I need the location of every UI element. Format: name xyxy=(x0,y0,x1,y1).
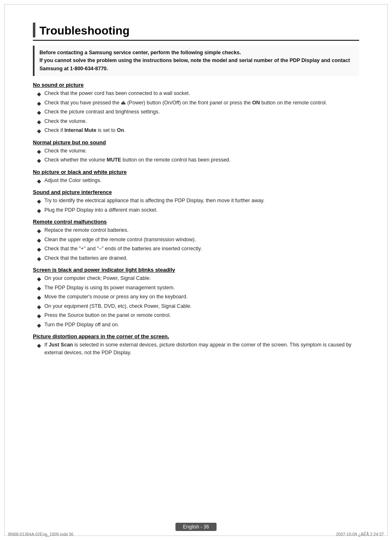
list-item: ◆Check the volume. xyxy=(37,118,359,126)
list-item-text: Check that you have pressed the ⏏ (Power… xyxy=(44,99,359,107)
bottom-info: BN68-01364A-02Eng_1009.indd 36 2007-10-0… xyxy=(8,532,384,537)
bullet-diamond: ◆ xyxy=(37,90,41,98)
list-item: ◆If Just Scan is selected in some extern… xyxy=(37,341,359,357)
intro-box: Before contacting a Samsung service cent… xyxy=(33,46,359,76)
section-heading-5: Remote control malfunctions xyxy=(33,219,359,225)
bullet-diamond: ◆ xyxy=(37,321,41,330)
bullet-diamond: ◆ xyxy=(37,177,41,185)
list-item: ◆Move the computer's mouse or press any … xyxy=(37,293,359,302)
list-item: ◆On your computer check; Power, Signal C… xyxy=(37,275,359,283)
bullet-diamond: ◆ xyxy=(37,118,41,126)
list-item: ◆On your equipment (STB, DVD, etc), chec… xyxy=(37,302,359,311)
bullet-diamond: ◆ xyxy=(37,148,41,156)
list-item: ◆Turn the PDP Display off and on. xyxy=(37,321,359,330)
list-item: ◆Check the volume. xyxy=(37,147,359,156)
list-item: ◆Check if Internal Mute is set to On. xyxy=(37,127,359,135)
section-heading-1: No sound or picture xyxy=(33,82,359,88)
page-title: Troubleshooting xyxy=(33,23,359,41)
list-item-text: Move the computer's mouse or press any k… xyxy=(44,293,359,301)
list-item-text: Check that the power cord has been conne… xyxy=(44,90,359,97)
list-item-text: Try to identify the electrical appliance… xyxy=(44,197,359,205)
bullet-diamond: ◆ xyxy=(37,275,41,283)
list-item: ◆Check that you have pressed the ⏏ (Powe… xyxy=(37,99,359,108)
section-heading-7: Picture distortion appears in the corner… xyxy=(33,333,359,339)
bullet-diamond: ◆ xyxy=(37,236,41,245)
list-item-text: Clean the upper edge of the remote contr… xyxy=(44,236,359,244)
bullet-diamond: ◆ xyxy=(37,303,41,311)
bullet-diamond: ◆ xyxy=(37,245,41,254)
section-3-list: ◆Adjust the Color settings. xyxy=(37,177,359,185)
bullet-diamond: ◆ xyxy=(37,312,41,320)
bullet-diamond: ◆ xyxy=(37,342,41,350)
list-item-text: Check the volume. xyxy=(44,118,359,125)
bullet-diamond: ◆ xyxy=(37,293,41,302)
list-item: ◆Check that the batteries are drained. xyxy=(37,254,359,263)
bullet-diamond: ◆ xyxy=(37,284,41,293)
title-text: Troubleshooting xyxy=(39,24,129,37)
list-item-text: Check that the batteries are drained. xyxy=(44,254,359,262)
list-item: ◆Check that the power cord has been conn… xyxy=(37,90,359,98)
list-item-text: Replace the remote control batteries. xyxy=(44,226,359,234)
list-item-text: Plug the PDP Display into a different ma… xyxy=(44,206,359,214)
section-heading-3: No picture or black and white picture xyxy=(33,169,359,175)
section-4-list: ◆Try to identify the electrical applianc… xyxy=(37,197,359,215)
list-item-text: Check if Internal Mute is set to On. xyxy=(44,127,359,134)
list-item-text: Check the volume. xyxy=(44,147,359,155)
section-7-list: ◆If Just Scan is selected in some extern… xyxy=(37,341,359,357)
list-item: ◆Replace the remote control batteries. xyxy=(37,226,359,235)
list-item: ◆Clean the upper edge of the remote cont… xyxy=(37,236,359,245)
footer-badge: English - 36 xyxy=(175,523,216,531)
list-item-text: On your computer check; Power, Signal Ca… xyxy=(44,275,359,282)
intro-line1: Before contacting a Samsung service cent… xyxy=(39,49,354,57)
title-bar-decoration xyxy=(33,23,35,37)
bullet-diamond: ◆ xyxy=(37,127,41,135)
list-item: ◆Adjust the Color settings. xyxy=(37,177,359,185)
list-item: ◆Check whether the volume MUTE button on… xyxy=(37,156,359,165)
bullet-diamond: ◆ xyxy=(37,99,41,108)
page-footer: English - 36 xyxy=(0,523,392,531)
list-item: ◆Plug the PDP Display into a different m… xyxy=(37,206,359,215)
bullet-diamond: ◆ xyxy=(37,255,41,263)
bullet-diamond: ◆ xyxy=(37,227,41,235)
list-item-text: Check that the "+" and "–" ends of the b… xyxy=(44,245,359,253)
bullet-diamond: ◆ xyxy=(37,207,41,215)
list-item-text: Check the picture contrast and brightnes… xyxy=(44,108,359,116)
bottom-left-text: BN68-01364A-02Eng_1009.indd 36 xyxy=(8,532,73,537)
section-5-list: ◆Replace the remote control batteries. ◆… xyxy=(37,226,359,263)
list-item: ◆Check that the "+" and "–" ends of the … xyxy=(37,245,359,254)
section-heading-2: Normal picture but no sound xyxy=(33,139,359,145)
intro-line2: If you cannot solve the problem using th… xyxy=(39,57,354,73)
list-item-text: Adjust the Color settings. xyxy=(44,177,359,185)
section-heading-4: Sound and picture interference xyxy=(33,189,359,195)
bullet-diamond: ◆ xyxy=(37,157,41,165)
bullet-diamond: ◆ xyxy=(37,197,41,205)
section-2-list: ◆Check the volume. ◆Check whether the vo… xyxy=(37,147,359,165)
page-content: Troubleshooting Before contacting a Sams… xyxy=(0,0,392,382)
list-item-text: Check whether the volume MUTE button on … xyxy=(44,156,359,164)
list-item: ◆Try to identify the electrical applianc… xyxy=(37,197,359,205)
bottom-right-text: 2007-10-09 ¿ÀÊÃ 2:24:37 xyxy=(336,532,384,537)
list-item-text: Press the Source button on the panel or … xyxy=(44,312,359,319)
list-item: ◆Press the Source button on the panel or… xyxy=(37,312,359,320)
bullet-diamond: ◆ xyxy=(37,108,41,117)
section-1-list: ◆Check that the power cord has been conn… xyxy=(37,90,359,135)
list-item: ◆Check the picture contrast and brightne… xyxy=(37,108,359,117)
list-item: ◆The PDP Display is using its power mana… xyxy=(37,284,359,293)
section-heading-6: Screen is black and power indicator ligh… xyxy=(33,267,359,273)
list-item-text: The PDP Display is using its power manag… xyxy=(44,284,359,292)
list-item-text: On your equipment (STB, DVD, etc), check… xyxy=(44,302,359,310)
list-item-text: If Just Scan is selected in some externa… xyxy=(44,341,359,357)
section-6-list: ◆On your computer check; Power, Signal C… xyxy=(37,275,359,329)
list-item-text: Turn the PDP Display off and on. xyxy=(44,321,359,329)
